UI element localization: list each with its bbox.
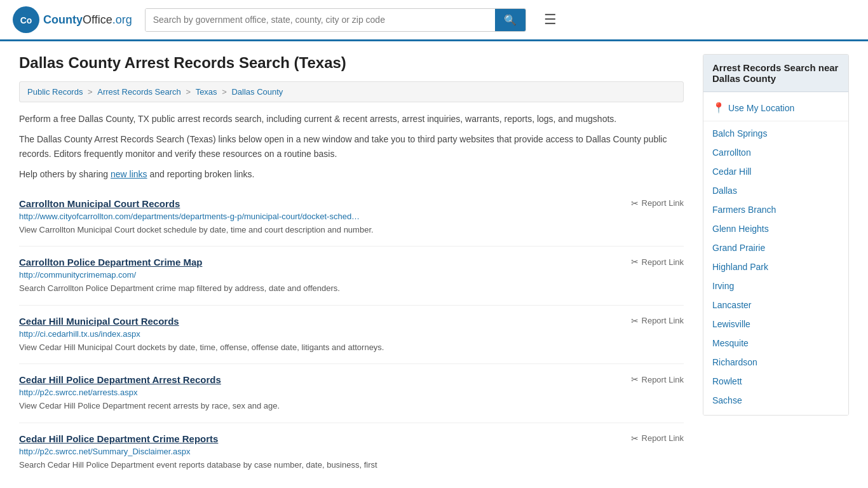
breadcrumb-public-records[interactable]: Public Records xyxy=(27,87,83,97)
record-url-1[interactable]: http://communitycrimemap.com/ xyxy=(19,270,684,280)
breadcrumb-dallas-county[interactable]: Dallas County xyxy=(231,87,283,97)
site-header: Co CountyOffice.org 🔍 ☰ xyxy=(0,0,868,41)
sidebar-divider xyxy=(703,121,848,121)
sidebar-box: Arrest Records Search near Dallas County… xyxy=(703,54,849,416)
sidebar-item-lancaster[interactable]: Lancaster xyxy=(703,295,848,315)
report-link-0[interactable]: ✂ Report Link xyxy=(631,198,684,208)
records-container: Carrollton Municipal Court Records ✂ Rep… xyxy=(19,188,684,482)
sidebar-link-1[interactable]: Carrollton xyxy=(703,143,848,162)
record-header: Cedar Hill Municipal Court Records ✂ Rep… xyxy=(19,316,684,327)
desc3-prefix: Help others by sharing xyxy=(19,169,111,179)
search-form: 🔍 xyxy=(145,8,526,32)
svg-text:Co: Co xyxy=(20,15,32,25)
sidebar-item-balch-springs[interactable]: Balch Springs xyxy=(703,124,848,143)
record-desc-3: View Cedar Hill Police Department recent… xyxy=(19,400,684,412)
report-link-label-2: Report Link xyxy=(642,316,684,325)
record-header: Cedar Hill Police Department Arrest Reco… xyxy=(19,374,684,385)
sidebar-item-carrollton[interactable]: Carrollton xyxy=(703,143,848,162)
breadcrumb-arrest-records-search[interactable]: Arrest Records Search xyxy=(97,87,181,97)
record-title-4[interactable]: Cedar Hill Police Department Crime Repor… xyxy=(19,433,218,444)
description-3: Help others by sharing new links and rep… xyxy=(19,167,684,181)
sidebar-link-12[interactable]: Richardson xyxy=(703,353,848,372)
sidebar-link-14[interactable]: Sachse xyxy=(703,391,848,410)
menu-icon[interactable]: ☰ xyxy=(544,11,557,28)
record-url-0[interactable]: http://www.cityofcarrollton.com/departme… xyxy=(19,212,684,221)
sidebar-link-6[interactable]: Grand Prairie xyxy=(703,238,848,257)
search-input[interactable] xyxy=(146,9,495,31)
main-content: Dallas County Arrest Records Search (Tex… xyxy=(19,54,684,481)
record-url-2[interactable]: http://ci.cedarhill.tx.us/index.aspx xyxy=(19,329,684,339)
sidebar-use-location-item[interactable]: 📍 Use My Location xyxy=(703,97,848,118)
record-url-4[interactable]: http://p2c.swrcc.net/Summary_Disclaimer.… xyxy=(19,447,684,456)
description-2: The Dallas County Arrest Records Search … xyxy=(19,132,684,161)
sidebar-item-cedar-hill[interactable]: Cedar Hill xyxy=(703,162,848,181)
report-icon-0: ✂ xyxy=(631,198,639,208)
report-icon-4: ✂ xyxy=(631,433,639,444)
sidebar-link-0[interactable]: Balch Springs xyxy=(703,124,848,143)
breadcrumb-separator-2: > xyxy=(186,87,193,97)
record-entry: Cedar Hill Police Department Arrest Reco… xyxy=(19,364,684,423)
sidebar-link-4[interactable]: Farmers Branch xyxy=(703,200,848,219)
breadcrumb-texas[interactable]: Texas xyxy=(196,87,217,97)
sidebar-item-mesquite[interactable]: Mesquite xyxy=(703,334,848,353)
record-entry: Cedar Hill Police Department Crime Repor… xyxy=(19,423,684,482)
sidebar-item-sachse[interactable]: Sachse xyxy=(703,391,848,410)
record-header: Carrollton Municipal Court Records ✂ Rep… xyxy=(19,198,684,209)
sidebar-link-7[interactable]: Highland Park xyxy=(703,257,848,276)
breadcrumb: Public Records > Arrest Records Search >… xyxy=(19,81,684,102)
desc3-suffix: and reporting broken links. xyxy=(147,169,255,179)
record-title-3[interactable]: Cedar Hill Police Department Arrest Reco… xyxy=(19,374,221,385)
search-button[interactable]: 🔍 xyxy=(495,9,526,31)
sidebar-item-irving[interactable]: Irving xyxy=(703,276,848,295)
sidebar-item-richardson[interactable]: Richardson xyxy=(703,353,848,372)
page-title: Dallas County Arrest Records Search (Tex… xyxy=(19,54,684,72)
report-link-3[interactable]: ✂ Report Link xyxy=(631,374,684,384)
sidebar-item-highland-park[interactable]: Highland Park xyxy=(703,257,848,276)
page-container: Dallas County Arrest Records Search (Tex… xyxy=(0,41,868,488)
sidebar-link-8[interactable]: Irving xyxy=(703,276,848,295)
sidebar-item-glenn-heights[interactable]: Glenn Heights xyxy=(703,219,848,238)
record-desc-2: View Cedar Hill Municipal Court dockets … xyxy=(19,341,684,354)
use-location-label: Use My Location xyxy=(728,103,794,113)
report-link-label-1: Report Link xyxy=(642,257,684,267)
logo-domain: .org xyxy=(112,13,132,26)
record-desc-4: Search Cedar Hill Police Department even… xyxy=(19,459,684,471)
record-desc-1: Search Carrollton Police Department crim… xyxy=(19,282,684,295)
logo-icon: Co xyxy=(13,6,39,33)
site-logo[interactable]: Co CountyOffice.org xyxy=(13,6,132,33)
sidebar-item-farmers-branch[interactable]: Farmers Branch xyxy=(703,200,848,219)
sidebar-link-9[interactable]: Lancaster xyxy=(703,295,848,315)
record-header: Cedar Hill Police Department Crime Repor… xyxy=(19,433,684,444)
sidebar-item-lewisville[interactable]: Lewisville xyxy=(703,315,848,334)
breadcrumb-separator-1: > xyxy=(88,87,95,97)
report-link-label-4: Report Link xyxy=(642,433,684,443)
sidebar-item-rowlett[interactable]: Rowlett xyxy=(703,372,848,391)
report-link-2[interactable]: ✂ Report Link xyxy=(631,316,684,326)
sidebar-item-grand-prairie[interactable]: Grand Prairie xyxy=(703,238,848,257)
sidebar-item-dallas[interactable]: Dallas xyxy=(703,181,848,200)
report-icon-3: ✂ xyxy=(631,374,639,384)
report-link-1[interactable]: ✂ Report Link xyxy=(631,257,684,267)
record-title-1[interactable]: Carrollton Police Department Crime Map xyxy=(19,257,202,268)
report-link-label-3: Report Link xyxy=(642,375,684,384)
logo-text: CountyOffice.org xyxy=(43,13,132,27)
sidebar-link-10[interactable]: Lewisville xyxy=(703,315,848,334)
sidebar: Arrest Records Search near Dallas County… xyxy=(703,54,849,481)
record-title-0[interactable]: Carrollton Municipal Court Records xyxy=(19,198,180,209)
record-url-3[interactable]: http://p2c.swrcc.net/arrests.aspx xyxy=(19,388,684,397)
sidebar-link-3[interactable]: Dallas xyxy=(703,181,848,200)
sidebar-link-5[interactable]: Glenn Heights xyxy=(703,219,848,238)
record-entry: Carrollton Police Department Crime Map ✂… xyxy=(19,247,684,306)
sidebar-list: 📍 Use My Location Balch SpringsCarrollto… xyxy=(703,92,848,415)
new-links-link[interactable]: new links xyxy=(111,169,147,179)
sidebar-link-13[interactable]: Rowlett xyxy=(703,372,848,391)
record-entry: Carrollton Municipal Court Records ✂ Rep… xyxy=(19,188,684,247)
use-location-button[interactable]: 📍 Use My Location xyxy=(703,97,848,118)
report-link-4[interactable]: ✂ Report Link xyxy=(631,433,684,444)
record-title-2[interactable]: Cedar Hill Municipal Court Records xyxy=(19,316,179,327)
report-icon-2: ✂ xyxy=(631,316,639,326)
description-1: Perform a free Dallas County, TX public … xyxy=(19,112,684,126)
sidebar-link-11[interactable]: Mesquite xyxy=(703,334,848,353)
sidebar-link-2[interactable]: Cedar Hill xyxy=(703,162,848,181)
logo-county: County xyxy=(43,13,83,26)
